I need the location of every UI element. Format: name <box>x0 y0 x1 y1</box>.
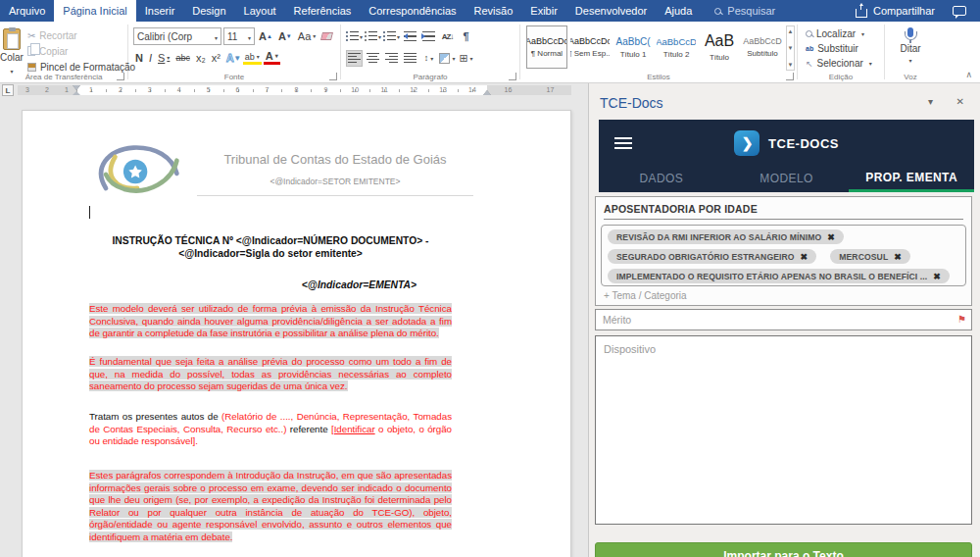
styles-gallery-scroll[interactable]: ▲▼▼ <box>786 25 795 71</box>
share-button[interactable]: Compartilhar <box>856 5 935 18</box>
pane-close-icon[interactable] <box>956 96 964 107</box>
document-page[interactable]: Tribunal de Contas do Estado de Goiás <@… <box>22 110 571 557</box>
ribbon-tab[interactable]: Ajuda <box>656 0 701 22</box>
bullets-button[interactable] <box>346 28 363 45</box>
voice-group: Ditar Voz <box>885 22 936 82</box>
ribbon-tab[interactable]: Revisão <box>466 0 522 22</box>
find-button[interactable]: Localizar <box>806 26 880 40</box>
ribbon-tab[interactable]: Design <box>183 0 234 22</box>
underline-button[interactable]: S <box>156 51 172 65</box>
style-card[interactable]: AaBbCcD Título 2 <box>656 25 697 69</box>
numbering-button[interactable] <box>365 28 381 45</box>
remove-chip-icon[interactable] <box>933 273 941 280</box>
align-center-button[interactable] <box>365 50 381 67</box>
merito-input[interactable] <box>595 309 972 330</box>
replace-button[interactable]: abSubstituir <box>806 41 880 55</box>
merito-field-wrap <box>595 309 972 330</box>
dictate-button[interactable]: Ditar <box>900 43 920 54</box>
increase-indent-button[interactable] <box>420 28 437 45</box>
pane-tab[interactable]: MODELO <box>724 165 850 192</box>
clipboard-group: Colar Recortar Copiar Pincel de Formataç… <box>0 22 127 82</box>
ribbon-tab[interactable]: Inserir <box>136 0 184 22</box>
show-marks-button[interactable]: ¶ <box>458 28 474 45</box>
style-card[interactable]: AaB Título <box>699 25 740 69</box>
borders-button[interactable]: ⊞ <box>458 50 474 67</box>
dispositivo-textarea[interactable] <box>595 335 972 525</box>
shading-button[interactable] <box>439 50 456 67</box>
bullets-icon <box>346 31 358 41</box>
font-size-select[interactable]: 11 <box>223 27 255 45</box>
style-card[interactable]: AaBbCcD Subtítulo <box>742 25 783 69</box>
more-styles-icon[interactable]: ▼ <box>788 62 794 68</box>
style-card[interactable]: AaBbCcDc ¶ Sem Esp... <box>569 25 611 69</box>
subscript-button[interactable]: x₂ <box>194 51 208 65</box>
remove-chip-icon[interactable] <box>827 233 835 241</box>
select-button[interactable]: Selecionar <box>806 57 880 71</box>
remove-chip-icon[interactable] <box>801 253 808 261</box>
font-color-button[interactable]: A <box>264 51 280 65</box>
pane-tab[interactable]: PROP. EMENTA <box>849 165 974 192</box>
dictate-caret-icon <box>908 54 911 65</box>
align-left-icon <box>348 53 361 63</box>
strikethrough-button[interactable]: abc <box>173 51 192 65</box>
horizontal-ruler[interactable]: 321 1234567891011121314 1617 <box>18 85 571 95</box>
paragraph-autos: Tratam os presentes autos de (Relatório … <box>89 411 452 448</box>
paragraph-dialog-launcher-icon[interactable] <box>509 73 516 80</box>
highlight-color-button[interactable]: ab <box>243 52 262 65</box>
ribbon-tab[interactable]: Referências <box>285 0 361 22</box>
remove-chip-icon[interactable] <box>894 253 902 261</box>
editing-group-label: Edição <box>798 73 884 81</box>
italic-button[interactable]: I <box>147 51 154 65</box>
ribbon-tab[interactable]: Página Inicial <box>54 0 135 22</box>
sort-button[interactable]: AZ↓ <box>439 28 456 45</box>
line-spacing-button[interactable]: ↕ <box>420 50 437 67</box>
decrease-indent-button[interactable] <box>402 28 418 45</box>
header-org-title: Tribunal de Contas do Estado de Goiás <box>197 152 473 167</box>
theme-chips-box[interactable]: REVISÃO DA RMI INFERIOR AO SALÁRIO MÍNIM… <box>601 225 966 286</box>
superscript-button[interactable]: x² <box>210 51 222 65</box>
pane-options-icon[interactable] <box>928 96 933 107</box>
add-theme-button[interactable]: + Tema / Categoria <box>604 290 963 301</box>
font-dialog-launcher-icon[interactable] <box>329 73 337 80</box>
theme-chip[interactable]: MERCOSUL <box>830 249 910 264</box>
scroll-up-icon[interactable]: ▲ <box>788 28 794 34</box>
collapse-ribbon-icon[interactable] <box>965 70 972 79</box>
tab-stop-selector[interactable]: L <box>2 84 14 96</box>
bold-button[interactable]: N <box>133 51 145 65</box>
font-name-select[interactable]: Calibri (Corp <box>133 27 221 45</box>
style-card[interactable]: AaBbCcDc ¶ Normal <box>526 25 567 69</box>
editing-group: Localizar abSubstituir Selecionar Edição <box>798 22 884 82</box>
scroll-down-icon[interactable]: ▼ <box>788 45 794 51</box>
ribbon-tab[interactable]: Correspondências <box>360 0 465 22</box>
ribbon-tab[interactable]: Desenvolvedor <box>566 0 656 22</box>
theme-chip[interactable]: SEGURADO OBRIGATÓRIO ESTRANGEIRO <box>608 249 816 264</box>
theme-chip[interactable]: IMPLEMENTADO O REQUISITO ETÁRIO APENAS N… <box>608 269 950 283</box>
justify-button[interactable] <box>402 50 418 67</box>
hanging-indent-marker[interactable] <box>73 87 80 95</box>
style-card[interactable]: AaBbC( Título 1 <box>612 25 654 69</box>
ribbon-tab[interactable]: Layout <box>235 0 285 22</box>
ribbon-tab[interactable]: Exibir <box>521 0 566 22</box>
copy-button[interactable]: Copiar <box>24 43 139 59</box>
text-effects-button[interactable]: A <box>224 51 241 65</box>
styles-group: AaBbCcDc ¶ Normal AaBbCcDc ¶ Sem Esp... … <box>520 22 797 82</box>
search-box[interactable]: Pesquisar <box>714 0 775 22</box>
grow-font-button[interactable]: A▲ <box>257 29 274 43</box>
theme-chip[interactable]: REVISÃO DA RMI INFERIOR AO SALÁRIO MÍNIM… <box>608 229 844 244</box>
change-case-button[interactable]: Aa <box>296 29 318 43</box>
clipboard-dialog-launcher-icon[interactable] <box>117 73 124 80</box>
styles-dialog-launcher-icon[interactable] <box>786 73 794 80</box>
ribbon-tab[interactable]: Arquivo <box>0 0 54 22</box>
multilevel-list-button[interactable] <box>383 28 400 45</box>
paragraph-group: AZ↓ ¶ ↕ ⊞ Parágrafo <box>341 22 519 82</box>
clear-formatting-button[interactable] <box>319 32 334 40</box>
right-indent-marker[interactable] <box>483 86 491 95</box>
shrink-font-button[interactable]: A▼ <box>276 29 294 43</box>
align-right-button[interactable] <box>383 50 400 67</box>
comments-icon[interactable] <box>953 6 966 16</box>
align-left-button[interactable] <box>346 50 363 67</box>
pane-tab[interactable]: DADOS <box>599 165 724 192</box>
font-group: Calibri (Corp 11 A▲ A▼ Aa N I S abc x₂ x… <box>128 22 340 82</box>
cut-button[interactable]: Recortar <box>24 27 139 43</box>
import-to-text-button[interactable]: Importar para o Texto <box>595 542 972 557</box>
